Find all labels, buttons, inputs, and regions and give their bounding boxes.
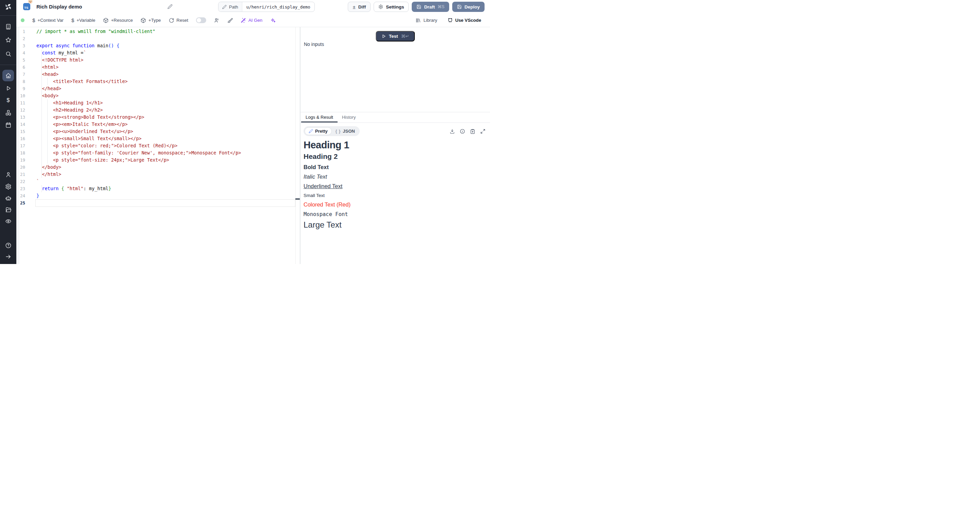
- code-token: (): [108, 43, 114, 48]
- view-option-json[interactable]: { }JSON: [332, 127, 359, 135]
- indent-guide: [37, 78, 42, 85]
- indent-guide: [37, 49, 42, 56]
- draft-button[interactable]: Draft ⌘S: [412, 2, 449, 12]
- tab-history[interactable]: History: [337, 112, 360, 122]
- sidebar-item-search[interactable]: [2, 48, 14, 60]
- deploy-button[interactable]: Deploy: [452, 2, 485, 12]
- toolbar-format-code-button[interactable]: [227, 18, 233, 23]
- sidebar-item-favorites[interactable]: [2, 34, 14, 46]
- toolbar-ai-sparkles-button[interactable]: [270, 18, 275, 23]
- line-content: <h2>Heading 2</h2>: [32, 107, 103, 114]
- toolbar-use-vscode-button[interactable]: Use VScode: [447, 18, 481, 23]
- sidebar-item-folders[interactable]: [2, 204, 14, 215]
- sidebar-item-variables[interactable]: $: [2, 95, 14, 106]
- sidebar-item-workers[interactable]: [2, 192, 14, 204]
- code-line-16: 16 <p><small>Small Text</small></p>: [16, 135, 295, 142]
- toolbar-multiplayer-button[interactable]: [214, 18, 220, 23]
- code-line-20: 20 </body>: [16, 164, 295, 171]
- code-token: </body>: [42, 164, 61, 170]
- view-option-pretty[interactable]: Pretty: [305, 127, 332, 135]
- overview-ruler-cursor: [295, 198, 300, 200]
- play-icon: [5, 85, 11, 92]
- lang-label: TS: [24, 6, 28, 10]
- emoji-badge-icon: [28, 0, 33, 4]
- line-number: 23: [16, 185, 32, 192]
- save-icon: [417, 5, 421, 9]
- sidebar-item-runs[interactable]: [2, 82, 14, 94]
- code-token: </head>: [42, 86, 61, 91]
- indent-guide: [48, 78, 53, 85]
- clipboard-copy-icon[interactable]: [470, 129, 476, 134]
- indent-guide: [42, 149, 47, 156]
- line-number: 14: [16, 121, 32, 128]
- test-button[interactable]: Test ⌘↵: [375, 31, 415, 41]
- line-number: 19: [16, 156, 32, 164]
- code-line-15: 15 <p><u>Underlined Text</u></p>: [16, 128, 295, 135]
- line-number: 15: [16, 128, 32, 135]
- toolbar-library-button[interactable]: Library: [415, 18, 437, 23]
- code-token: // import * as wmill from "windmill-clie…: [37, 29, 156, 34]
- indent-guide: [37, 135, 42, 142]
- sidebar-item-home[interactable]: [2, 70, 14, 81]
- toolbar-reset-label: Reset: [177, 18, 188, 23]
- toolbar-ai-gen-button[interactable]: AI Gen: [240, 18, 262, 23]
- sidebar-divider: [0, 15, 16, 16]
- toolbar-ai-gen-label: AI Gen: [248, 18, 262, 23]
- users-icon: [214, 18, 220, 23]
- indent-guide: [42, 99, 47, 107]
- result-output: Heading 1Heading 2Bold TextItalic TextUn…: [304, 140, 490, 230]
- code-token: {: [117, 43, 119, 48]
- line-number: 7: [16, 71, 32, 78]
- line-content: [32, 199, 37, 207]
- indent-guide: [48, 128, 53, 135]
- sidebar-item-workspace[interactable]: [2, 21, 14, 32]
- line-content: </head>: [32, 85, 61, 92]
- search-icon: [5, 51, 11, 57]
- code-line-17: 17 <p style="color: red;">Colored Text (…: [16, 142, 295, 149]
- toolbar-add-context-var-button[interactable]: $+Context Var: [32, 18, 64, 23]
- expand-icon[interactable]: [480, 129, 485, 134]
- typescript-badge-icon: TS: [23, 3, 30, 10]
- code-line-11: 11 <h1>Heading 1</h1>: [16, 99, 295, 107]
- sidebar-item-audit-logs[interactable]: [2, 215, 14, 227]
- sidebar: $: [0, 0, 16, 264]
- multiplayer-toggle-toggle[interactable]: [196, 17, 206, 23]
- sidebar-item-users[interactable]: [2, 169, 14, 180]
- tab-logs-result[interactable]: Logs & Result: [301, 112, 337, 122]
- windmill-logo-icon[interactable]: [5, 3, 12, 11]
- code-token: <p><small>Small Text</small></p>: [53, 136, 142, 141]
- indent-guide: [48, 121, 53, 128]
- code-line-9: 9 </head>: [16, 85, 295, 92]
- sidebar-item-schedules[interactable]: [2, 119, 14, 130]
- line-content: `: [32, 178, 39, 185]
- output-large: Large Text: [304, 220, 490, 230]
- folder-icon: [5, 207, 11, 213]
- code-editor[interactable]: 1// import * as wmill from "windmill-cli…: [16, 27, 300, 264]
- code-line-13: 13 <p><strong>Bold Text</strong></p>: [16, 114, 295, 121]
- edit-title-icon[interactable]: [167, 4, 172, 11]
- sidebar-item-settings[interactable]: [2, 181, 14, 192]
- output-red: Colored Text (Red): [304, 201, 490, 208]
- toolbar-add-type-button[interactable]: +Type: [140, 18, 161, 23]
- sidebar-item-resources[interactable]: [2, 107, 14, 118]
- code-token: `: [37, 179, 39, 184]
- download-icon[interactable]: [450, 129, 455, 134]
- toolbar-library-label: Library: [423, 18, 437, 23]
- arrow-right-icon: [5, 253, 11, 260]
- sidebar-item-expand-sidebar[interactable]: [2, 251, 14, 262]
- toolbar-add-variable-button[interactable]: $+Variable: [72, 18, 95, 23]
- path-control[interactable]: Path u/henri/rich_display_demo: [218, 2, 315, 12]
- toolbar-add-resource-button[interactable]: +Resource: [103, 18, 133, 23]
- wand-icon: [240, 18, 246, 23]
- code-line-25: 25: [16, 199, 295, 207]
- inputs-section: Test ⌘↵ No inputs: [301, 27, 490, 112]
- toolbar-reset-button[interactable]: Reset: [169, 18, 188, 23]
- indent-guide: [37, 92, 42, 99]
- code-token: export async function: [37, 43, 97, 48]
- info-icon[interactable]: [460, 129, 465, 134]
- diff-button[interactable]: ± Diff: [348, 2, 371, 12]
- settings-button[interactable]: Settings: [374, 2, 409, 12]
- line-number: 20: [16, 164, 32, 171]
- sidebar-item-help[interactable]: [2, 240, 14, 251]
- code-line-22: 22`: [16, 178, 295, 185]
